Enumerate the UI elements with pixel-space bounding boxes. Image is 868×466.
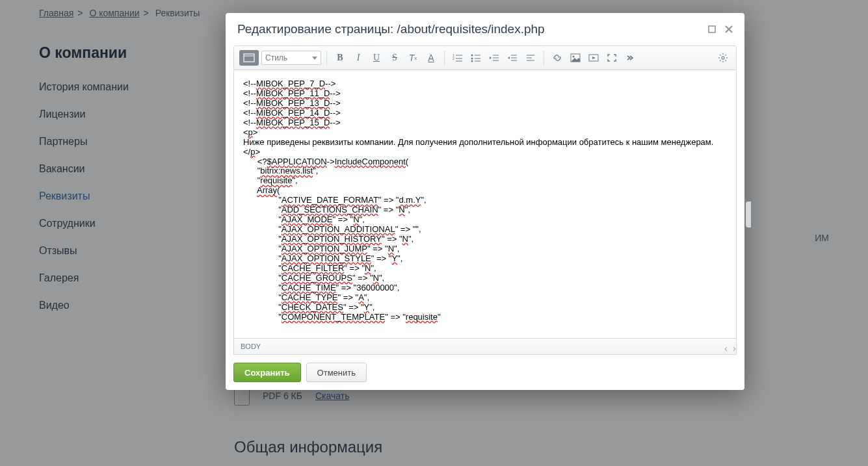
italic-button[interactable]: I: [350, 51, 366, 65]
svg-rect-1: [244, 54, 254, 62]
maximize-button[interactable]: [708, 25, 716, 33]
svg-point-8: [471, 55, 473, 57]
settings-button[interactable]: [715, 51, 731, 65]
cancel-button[interactable]: Отменить: [306, 363, 367, 382]
svg-point-24: [573, 56, 575, 58]
ordered-list-button[interactable]: 12: [450, 51, 466, 65]
editor-wrapper: <!--MIBOK_PEP_7_D--><!--MIBOK_PEP_11_D--…: [233, 70, 737, 355]
svg-point-9: [471, 58, 473, 60]
close-button[interactable]: [725, 25, 733, 33]
element-path-bar[interactable]: BODY: [234, 338, 736, 354]
strike-button[interactable]: S: [387, 51, 402, 65]
more-tools-button[interactable]: [622, 51, 638, 65]
unordered-list-button[interactable]: [468, 51, 484, 65]
underline-button[interactable]: U: [369, 51, 384, 65]
link-button[interactable]: [549, 51, 565, 65]
editor-resize-handle[interactable]: [724, 343, 736, 354]
style-dropdown[interactable]: Стиль: [261, 51, 321, 65]
editor-toolbar: Стиль B I U S Tx A 12: [233, 45, 737, 70]
clear-format-button[interactable]: Tx: [405, 51, 421, 65]
text-color-button[interactable]: A: [423, 51, 439, 65]
source-editor[interactable]: <!--MIBOK_PEP_7_D--><!--MIBOK_PEP_11_D--…: [234, 70, 736, 338]
image-button[interactable]: [568, 51, 583, 65]
svg-point-26: [722, 57, 724, 59]
expand-panel-handle[interactable]: [746, 201, 751, 227]
fullscreen-button[interactable]: [604, 51, 620, 65]
edit-page-modal: Редактирование страницы: /about/requisit…: [226, 13, 744, 390]
source-mode-button[interactable]: [239, 50, 259, 66]
svg-point-10: [471, 60, 473, 62]
svg-text:2: 2: [453, 57, 454, 60]
outdent-button[interactable]: [486, 51, 502, 65]
indent-button[interactable]: [505, 51, 520, 65]
modal-footer: Сохранить Отменить: [226, 355, 744, 390]
bold-button[interactable]: B: [332, 51, 348, 65]
modal-title: Редактирование страницы: /about/requisit…: [237, 22, 699, 36]
video-button[interactable]: [586, 51, 601, 65]
svg-rect-0: [709, 26, 715, 32]
align-button[interactable]: [523, 51, 538, 65]
save-button[interactable]: Сохранить: [233, 363, 301, 382]
